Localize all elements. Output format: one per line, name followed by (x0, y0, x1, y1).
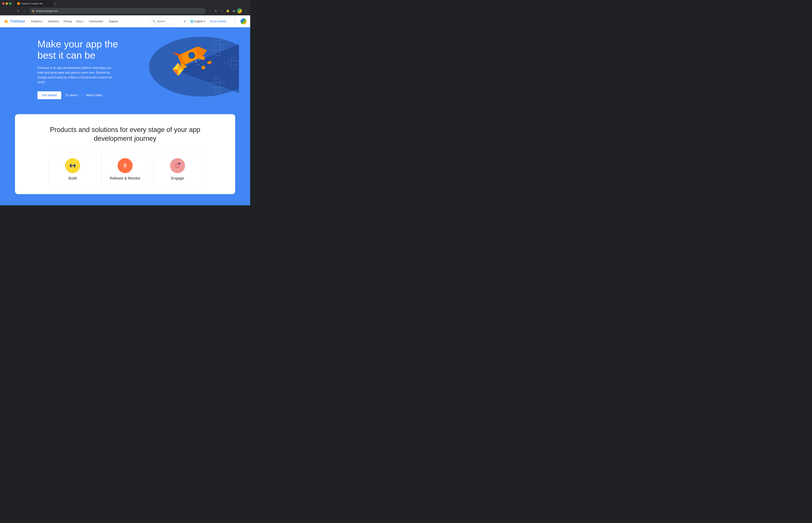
main-nav: Firebase Products ▾ Solutions Pricing Do… (0, 15, 250, 27)
hero-content: Make your app the best it can be Firebas… (37, 39, 169, 99)
hero-description: Firebase is an app development platform … (37, 66, 112, 85)
bookmark-icon[interactable]: ☆ (207, 8, 212, 14)
product-card-engage[interactable]: Engage (153, 152, 202, 187)
product-card-build[interactable]: Build (48, 152, 97, 187)
hero-divider: | (81, 93, 82, 97)
language-selector[interactable]: 🌐 English ▾ (190, 20, 205, 23)
maximize-window-button[interactable] (9, 2, 11, 5)
minimize-window-button[interactable] (6, 2, 8, 5)
notification-icon[interactable]: 🔔 (225, 8, 230, 14)
address-text: firebase.google.com (36, 10, 58, 12)
release-icon (118, 158, 133, 173)
hero-title: Make your app the best it can be (37, 39, 169, 61)
nav-profile-avatar[interactable] (241, 18, 246, 24)
refresh-button[interactable]: ↻ (16, 8, 21, 14)
product-name-build: Build (69, 176, 77, 180)
chevron-down-icon: ▾ (204, 20, 205, 23)
traffic-lights (2, 2, 11, 5)
svg-point-14 (195, 59, 195, 60)
nav-items: Products ▾ Solutions Pricing Docs ▾ Comm… (29, 18, 149, 24)
new-tab-button[interactable]: + (52, 1, 58, 6)
hero-actions: Get started Try demo | Watch video (37, 91, 169, 99)
active-tab[interactable]: 🔥 Firebase | Google's Mobile a... × (15, 1, 52, 6)
browser-tabs: 🔥 Firebase | Google's Mobile a... × + (15, 1, 248, 6)
hero-section: Make your app the best it can be Firebas… (0, 27, 250, 114)
extensions-icon[interactable]: ⊞ (213, 8, 218, 14)
tab-favicon-icon: 🔥 (17, 2, 20, 5)
address-bar[interactable]: 🔒 firebase.google.com (29, 8, 206, 14)
browser-chrome: 🔥 Firebase | Google's Mobile a... × + ← … (0, 0, 250, 15)
get-started-button[interactable]: Get started (37, 91, 61, 99)
product-name-engage: Engage (171, 176, 184, 180)
products-grid: Build Rel (22, 152, 228, 187)
profile-avatar[interactable] (237, 8, 242, 13)
go-to-console-button[interactable]: Go to console (207, 18, 229, 24)
products-card: Products and solutions for every stage o… (15, 114, 235, 194)
browser-titlebar: 🔥 Firebase | Google's Mobile a... × + (0, 0, 250, 7)
svg-point-11 (195, 61, 196, 62)
screenshare-icon[interactable]: ⬚ (219, 8, 224, 14)
engage-icon (170, 158, 185, 173)
theme-toggle-button[interactable]: ☀ (181, 18, 188, 25)
browser-addressbar: ← → ↻ ⌂ 🔒 firebase.google.com ☆ ⊞ ⬚ 🔔 ▣ … (0, 7, 250, 15)
forward-button[interactable]: → (9, 8, 14, 14)
nav-right: 🔍 Search ☀ 🌐 English ▾ Go to console ⋮ (149, 18, 246, 25)
home-button[interactable]: ⌂ (22, 8, 28, 14)
svg-point-12 (199, 60, 200, 60)
try-demo-button[interactable]: Try demo (65, 94, 77, 97)
chevron-down-icon: ▾ (83, 20, 84, 22)
svg-point-13 (198, 64, 199, 65)
nav-logo[interactable]: Firebase (4, 19, 25, 24)
build-icon (65, 158, 80, 173)
nav-item-docs[interactable]: Docs ▾ (74, 18, 86, 24)
nav-item-solutions[interactable]: Solutions (46, 18, 61, 24)
nav-item-pricing[interactable]: Pricing (61, 18, 74, 24)
products-section-title: Products and solutions for every stage o… (22, 125, 228, 143)
website-content: Firebase Products ▾ Solutions Pricing Do… (0, 15, 250, 205)
search-icon: 🔍 (152, 20, 155, 23)
nav-more-button[interactable]: ⋮ (231, 18, 238, 25)
nav-item-support[interactable]: Support (107, 18, 120, 24)
nav-logo-text: Firebase (11, 19, 25, 23)
tab-title: Firebase | Google's Mobile a... (21, 2, 45, 5)
nav-item-products[interactable]: Products ▾ (29, 18, 45, 24)
chevron-down-icon: ▾ (103, 20, 104, 22)
products-section: Products and solutions for every stage o… (0, 114, 250, 205)
close-window-button[interactable] (2, 2, 4, 5)
browser-menu-icon[interactable]: ⋮ (243, 8, 248, 14)
watch-video-button[interactable]: Watch video (86, 94, 102, 97)
product-name-release: Release & Monitor (110, 176, 141, 180)
nav-search[interactable]: 🔍 Search (149, 19, 179, 24)
product-card-release[interactable]: Release & Monitor (101, 152, 149, 187)
lock-icon: 🔒 (32, 10, 35, 12)
browser-actions: ☆ ⊞ ⬚ 🔔 ▣ ⋮ (207, 8, 248, 14)
language-label: English (194, 20, 203, 23)
svg-point-20 (124, 164, 126, 166)
nav-item-community[interactable]: Community ▾ (87, 18, 106, 24)
sidebar-icon[interactable]: ▣ (231, 8, 236, 14)
chevron-down-icon: ▾ (42, 20, 43, 22)
back-button[interactable]: ← (2, 8, 7, 14)
search-label: Search (157, 20, 165, 23)
globe-icon: 🌐 (190, 20, 193, 23)
tab-close-button[interactable]: × (47, 2, 50, 5)
firebase-logo-icon (4, 19, 9, 24)
